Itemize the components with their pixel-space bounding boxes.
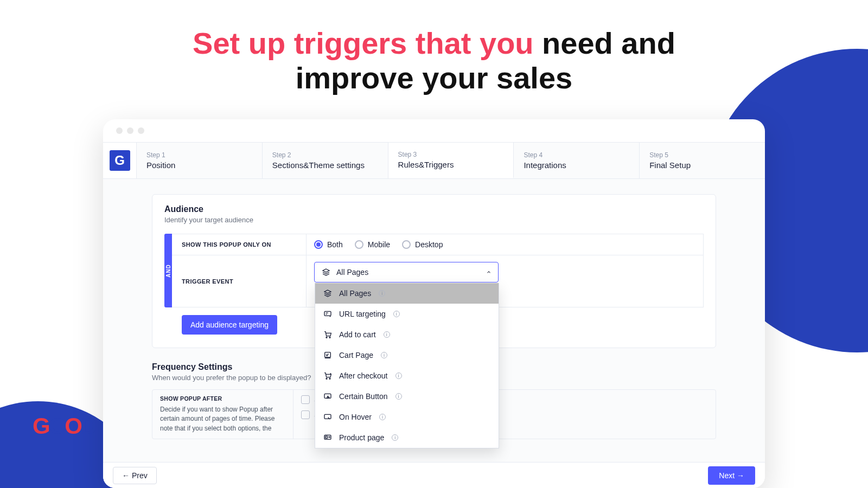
radio-desktop-label: Desktop — [415, 240, 443, 249]
dd-label: Add to cart — [339, 330, 376, 339]
cart-page-icon — [323, 350, 333, 360]
dd-item-product-page[interactable]: Product page i — [315, 427, 499, 448]
svg-point-4 — [326, 378, 327, 379]
rule-show-on: SHOW THIS POPUP ONLY ON Both Mobile — [172, 234, 704, 255]
dd-label: Cart Page — [339, 351, 373, 359]
rule-trigger-event: TRIGGER EVENT All Pages — [172, 255, 704, 307]
svg-point-1 — [326, 337, 327, 338]
step-num: Step 1 — [146, 151, 252, 159]
checkbox-icon — [301, 410, 310, 419]
window-chrome — [103, 119, 765, 142]
checkout-icon — [323, 371, 333, 381]
good-logo-o2: O — [65, 413, 81, 439]
good-logo-g: G — [33, 413, 49, 439]
info-icon: i — [381, 352, 387, 358]
step-label: Final Setup — [649, 160, 755, 170]
info-icon: i — [395, 373, 402, 379]
svg-rect-9 — [326, 436, 327, 438]
step-num: Step 2 — [272, 151, 378, 159]
dd-item-certain-button[interactable]: Certain Button i — [315, 386, 499, 407]
and-label: AND — [165, 264, 171, 278]
dd-label: After checkout — [339, 371, 388, 380]
svg-point-5 — [329, 378, 330, 379]
radio-mobile[interactable]: Mobile — [355, 240, 390, 249]
dd-label: Product page — [339, 433, 384, 442]
radio-circle-icon — [355, 240, 363, 249]
and-rail: AND — [164, 234, 172, 307]
radio-both[interactable]: Both — [314, 240, 343, 249]
dd-label: All Pages — [339, 289, 371, 298]
brand-logo-letter: G — [110, 150, 130, 171]
chevron-up-icon — [486, 269, 492, 275]
trigger-event-label: TRIGGER EVENT — [172, 255, 307, 307]
headline-accent: Set up triggers that you — [193, 26, 534, 60]
dd-item-all-pages[interactable]: All Pages i — [315, 283, 499, 304]
svg-rect-6 — [324, 394, 331, 398]
next-button[interactable]: Next → — [708, 466, 755, 485]
audience-card: Audience Identify your target audience A… — [152, 194, 716, 348]
dd-label: On Hover — [339, 413, 372, 421]
good-logo: GOOD — [33, 413, 95, 439]
url-icon — [323, 309, 333, 319]
dd-item-url-targeting[interactable]: URL targeting i — [315, 304, 499, 324]
radio-desktop[interactable]: Desktop — [402, 240, 443, 249]
info-icon: i — [395, 393, 402, 400]
footer-bar: ← Prev Next → — [103, 462, 765, 488]
dd-label: Certain Button — [339, 392, 388, 401]
trigger-select[interactable]: All Pages All Pages i — [314, 262, 499, 282]
svg-point-2 — [329, 337, 330, 338]
prev-button[interactable]: ← Prev — [113, 467, 157, 484]
radio-circle-icon — [314, 240, 323, 249]
trigger-dropdown: All Pages i URL targeting i — [315, 283, 499, 448]
window-dot — [138, 127, 144, 134]
steps-bar: G Step 1 Position Step 2 Sections&Theme … — [103, 142, 765, 179]
svg-rect-0 — [324, 311, 331, 316]
button-icon — [323, 391, 333, 401]
page-headline: Set up triggers that you need and improv… — [163, 26, 705, 96]
radio-mobile-label: Mobile — [368, 240, 390, 249]
cart-plus-icon — [323, 330, 333, 339]
audience-subtitle: Identify your target audience — [164, 216, 704, 224]
step-final-setup[interactable]: Step 5 Final Setup — [640, 143, 765, 178]
step-sections-theme[interactable]: Step 2 Sections&Theme settings — [263, 143, 388, 178]
layers-icon — [323, 288, 333, 298]
info-icon: i — [392, 434, 398, 441]
dd-item-cart-page[interactable]: Cart Page i — [315, 345, 499, 365]
hover-icon — [323, 412, 333, 422]
step-num: Step 5 — [649, 151, 755, 159]
radio-both-label: Both — [327, 240, 343, 249]
add-audience-targeting-button[interactable]: Add audience targeting — [182, 315, 277, 335]
step-rules-triggers[interactable]: Step 3 Rules&Triggers — [388, 143, 514, 178]
step-label: Rules&Triggers — [398, 160, 504, 169]
window-dot — [116, 127, 123, 134]
content-area: Audience Identify your target audience A… — [103, 179, 765, 488]
layers-icon — [321, 267, 331, 277]
window-dot — [127, 127, 133, 134]
trigger-select-value: All Pages — [336, 268, 368, 277]
radio-circle-icon — [402, 240, 411, 249]
dd-label: URL targeting — [339, 310, 386, 318]
good-logo-o1: O — [49, 413, 65, 439]
step-num: Step 3 — [398, 151, 504, 158]
step-position[interactable]: Step 1 Position — [137, 143, 263, 178]
brand-logo[interactable]: G — [103, 143, 137, 178]
info-icon: i — [384, 331, 390, 338]
app-window: G Step 1 Position Step 2 Sections&Theme … — [103, 119, 765, 488]
info-icon: i — [379, 414, 386, 420]
dd-item-on-hover[interactable]: On Hover i — [315, 407, 499, 427]
show-on-label: SHOW THIS POPUP ONLY ON — [172, 234, 307, 255]
svg-rect-7 — [324, 414, 331, 419]
show-popup-after-desc: Decide if you want to show Popup after c… — [160, 405, 285, 433]
audience-title: Audience — [164, 204, 704, 214]
step-label: Integrations — [524, 160, 629, 170]
dd-item-add-to-cart[interactable]: Add to cart i — [315, 324, 499, 345]
good-logo-d: D — [81, 413, 95, 439]
step-label: Sections&Theme settings — [272, 160, 378, 170]
info-icon: i — [379, 290, 385, 297]
info-icon: i — [393, 311, 400, 317]
step-integrations[interactable]: Step 4 Integrations — [514, 143, 640, 178]
show-popup-after-label: SHOW POPUP AFTER — [160, 395, 285, 402]
step-num: Step 4 — [524, 151, 629, 159]
checkbox-icon — [301, 395, 310, 404]
dd-item-after-checkout[interactable]: After checkout i — [315, 365, 499, 386]
